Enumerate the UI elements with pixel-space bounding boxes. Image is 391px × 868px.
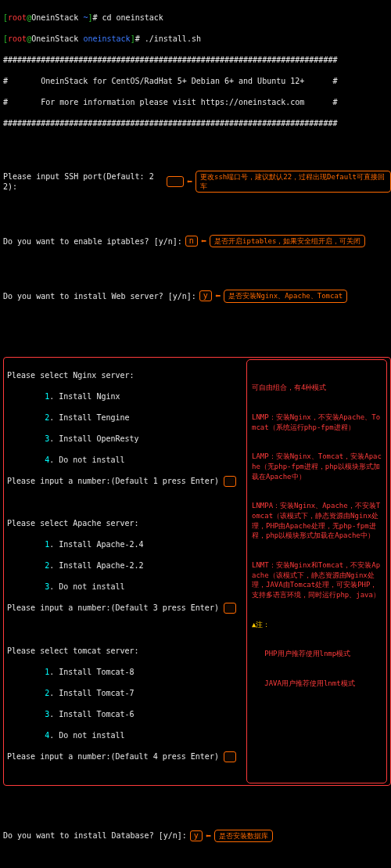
iptables-row: Do you want to enable iptables? [y/n]: n…: [3, 235, 391, 247]
web-note: 是否安装Nginx、Apache、Tomcat: [224, 290, 347, 302]
terminal: [root@OneinStack ~]# cd oneinstack [root…: [0, 0, 391, 868]
db-row: Do you want to install Database? [y/n]: …: [3, 830, 391, 842]
iptables-note: 是否开启iptables，如果安全组开启，可关闭: [210, 235, 365, 247]
banner-2: # For more information please visit http…: [3, 97, 391, 108]
nginx-input[interactable]: Please input a number:(Default 1 press E…: [7, 477, 219, 485]
nginx-title: Please select Nginx server:: [7, 370, 243, 381]
web-input[interactable]: y: [199, 290, 212, 301]
server-select-block: Please select Nginx server: 1. Install N…: [3, 357, 391, 786]
banner-line: ########################################…: [3, 118, 391, 129]
arrow-icon: ⬅: [215, 291, 221, 301]
tomcat-val[interactable]: [224, 751, 236, 762]
arrow-icon: ⬅: [206, 831, 211, 841]
iptables-input[interactable]: n: [185, 236, 198, 247]
tomcat-input[interactable]: Please input a number:(Default 4 press E…: [7, 752, 219, 761]
web-row: Do you want to install Web server? [y/n]…: [3, 290, 391, 302]
ssh-row: Please input SSH port(Default: 22): ⬅ 更改…: [3, 171, 391, 193]
apache-input[interactable]: Please input a number:(Default 3 press E…: [7, 603, 219, 612]
iptables-prompt: Do you want to enable iptables? [y/n]:: [3, 236, 182, 247]
ssh-note: 更改ssh端口号，建议默认22，过程出现Default可直接回车: [196, 171, 391, 193]
db-input[interactable]: y: [190, 830, 203, 841]
web-prompt: Do you want to install Web server? [y/n]…: [3, 291, 196, 302]
tomcat-title: Please select tomcat server:: [7, 646, 243, 657]
ssh-prompt: Please input SSH port(Default: 22):: [3, 171, 163, 193]
arrow-icon: ⬅: [187, 177, 192, 186]
db-prompt: Do you want to install Database? [y/n]:: [3, 830, 187, 841]
apache-val[interactable]: [224, 603, 236, 614]
nginx-val[interactable]: [224, 476, 236, 487]
ssh-input[interactable]: [167, 176, 184, 187]
db-note: 是否安装数据库: [214, 830, 273, 842]
banner-line: ########################################…: [3, 55, 391, 66]
server-note: 可自由组合，有4种模式 LNMP：安装Nginx，不安装Apache、Tomca…: [246, 359, 387, 783]
blank: [3, 139, 391, 150]
apache-title: Please select Apache server:: [7, 518, 243, 529]
prompt-line-2: [root@OneinStack oneinstack]# ./install.…: [3, 34, 391, 45]
arrow-icon: ⬅: [201, 236, 206, 246]
prompt-line-1: [root@OneinStack ~]# cd oneinstack: [3, 13, 391, 23]
banner-1: # OneinStack for CentOS/RadHat 5+ Debian…: [3, 76, 391, 87]
